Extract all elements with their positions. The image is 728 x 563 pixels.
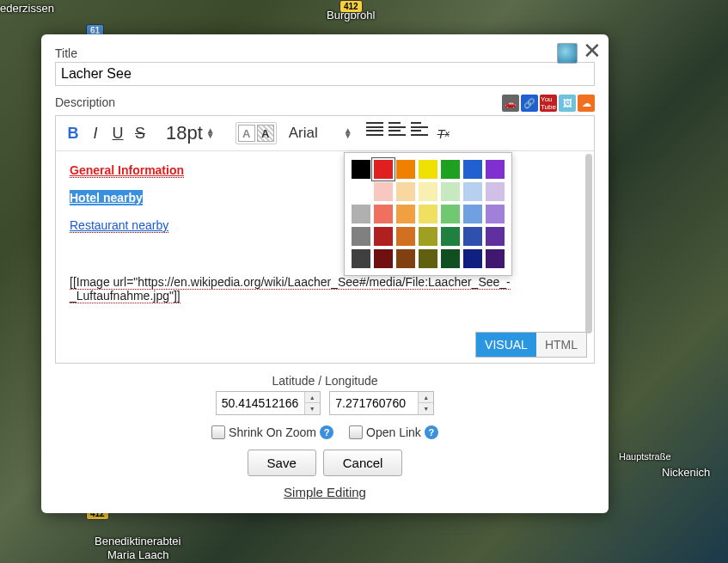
help-icon[interactable]: ? [425, 425, 438, 439]
color-swatch[interactable] [419, 227, 437, 246]
color-swatch[interactable] [352, 249, 370, 268]
align-justify-button[interactable] [366, 121, 383, 137]
shrink-on-zoom-label: Shrink On Zoom [229, 425, 316, 439]
text-color-button[interactable]: A [238, 125, 255, 142]
content-link-hotel[interactable]: Hotel nearby [70, 190, 143, 205]
ordered-list-button[interactable] [388, 121, 406, 137]
dialog-buttons: Save Cancel [55, 450, 595, 476]
strikethrough-button[interactable]: S [130, 121, 150, 145]
color-swatch[interactable] [374, 182, 393, 201]
color-swatch[interactable] [463, 182, 482, 201]
color-swatch[interactable] [486, 227, 505, 246]
color-swatch[interactable] [352, 160, 370, 179]
title-label: Title [55, 46, 595, 60]
longitude-input-wrap: ▲▼ [329, 391, 434, 415]
longitude-spinner[interactable]: ▲▼ [418, 392, 433, 414]
rich-text-editor: B I U S 18pt ▲▼ A A Arial ▲▼ Tx [55, 115, 595, 364]
globe-icon[interactable] [557, 43, 578, 64]
unordered-list-button[interactable] [411, 121, 428, 137]
color-swatch[interactable] [352, 205, 370, 223]
color-swatch[interactable] [441, 249, 460, 268]
edit-dialog: ✕ Title Description 🚗 🔗 YouTube 🖼 ☁ B I … [41, 34, 609, 513]
editor-scrollbar[interactable] [585, 154, 592, 334]
shrink-on-zoom-checkbox[interactable] [211, 425, 225, 439]
open-link-label: Open Link [366, 425, 421, 439]
bold-button[interactable]: B [63, 121, 83, 145]
dropdown-arrow-icon: ▲▼ [344, 128, 352, 138]
color-swatch[interactable] [463, 249, 482, 268]
color-swatch[interactable] [486, 249, 505, 268]
latitude-spinner[interactable]: ▲▼ [304, 392, 320, 414]
content-link-general[interactable]: General Information [70, 163, 184, 178]
color-palette-popup [344, 152, 512, 276]
color-swatch[interactable] [396, 249, 415, 268]
options-row: Shrink On Zoom ? Open Link ? [55, 425, 595, 439]
help-icon[interactable]: ? [320, 425, 333, 439]
color-swatch[interactable] [486, 182, 505, 201]
color-swatch[interactable] [396, 160, 415, 179]
color-swatch[interactable] [463, 205, 482, 223]
editor-toolbar: B I U S 18pt ▲▼ A A Arial ▲▼ Tx [56, 116, 594, 151]
simple-editing-link[interactable]: Simple Editing [284, 485, 366, 499]
bg-color-button[interactable]: A [257, 125, 274, 142]
content-image-markup: [[Image url="https://en.wikipedia.org/wi… [70, 275, 511, 303]
youtube-icon[interactable]: YouTube [540, 95, 557, 112]
close-button[interactable]: ✕ [583, 40, 602, 62]
map-label: Maria Laach [107, 548, 169, 561]
open-link-checkbox[interactable] [349, 425, 363, 439]
tab-visual[interactable]: VISUAL [476, 333, 536, 357]
color-swatch[interactable] [419, 160, 437, 179]
car-icon[interactable]: 🚗 [502, 95, 519, 112]
soundcloud-icon[interactable]: ☁ [578, 95, 595, 112]
color-swatch[interactable] [486, 205, 505, 223]
content-link-restaurant[interactable]: Restaurant nearby [70, 218, 168, 233]
color-swatch[interactable] [441, 160, 460, 179]
color-swatch[interactable] [419, 249, 437, 268]
map-label: ederzissen [0, 2, 54, 15]
italic-button[interactable]: I [85, 121, 106, 145]
map-label: Nickenich [662, 466, 710, 479]
map-label: Benediktinerabtei [95, 535, 180, 548]
color-swatch[interactable] [352, 182, 370, 201]
view-mode-tabs: VISUAL HTML [475, 332, 587, 358]
color-swatch[interactable] [374, 160, 393, 179]
road-shield: 412 [340, 0, 363, 13]
color-swatch[interactable] [441, 182, 460, 201]
latitude-input[interactable] [217, 392, 304, 414]
clear-format-button[interactable]: Tx [433, 121, 454, 145]
cancel-button[interactable]: Cancel [323, 450, 403, 476]
longitude-input[interactable] [330, 392, 418, 414]
coords-label: Latitude / Longitude [55, 374, 595, 388]
color-swatch[interactable] [396, 182, 415, 201]
link-icon[interactable]: 🔗 [521, 95, 538, 112]
title-input[interactable] [55, 62, 595, 86]
color-swatch[interactable] [374, 205, 393, 223]
color-swatch[interactable] [419, 182, 437, 201]
color-swatch[interactable] [374, 249, 393, 268]
underline-button[interactable]: U [107, 121, 128, 145]
color-swatch[interactable] [396, 227, 415, 246]
save-button[interactable]: Save [248, 450, 316, 476]
color-swatch[interactable] [441, 227, 460, 246]
latitude-input-wrap: ▲▼ [216, 391, 321, 415]
dropdown-arrow-icon: ▲▼ [206, 128, 215, 138]
coordinates-section: Latitude / Longitude ▲▼ ▲▼ [55, 374, 595, 415]
color-swatch[interactable] [352, 227, 370, 246]
color-swatch[interactable] [463, 227, 482, 246]
color-swatch[interactable] [486, 160, 505, 179]
color-swatch[interactable] [463, 160, 482, 179]
font-family-select[interactable]: Arial ▲▼ [284, 125, 358, 142]
font-size-select[interactable]: 18pt ▲▼ [161, 122, 220, 144]
color-swatch[interactable] [396, 205, 415, 223]
color-swatch[interactable] [419, 205, 437, 223]
description-type-icons: 🚗 🔗 YouTube 🖼 ☁ [502, 95, 595, 112]
color-swatch[interactable] [441, 205, 460, 223]
map-label: Hauptstraße [619, 451, 671, 462]
description-label: Description [55, 95, 115, 109]
tab-html[interactable]: HTML [536, 333, 586, 357]
image-icon[interactable]: 🖼 [559, 95, 576, 112]
color-swatch[interactable] [374, 227, 393, 246]
